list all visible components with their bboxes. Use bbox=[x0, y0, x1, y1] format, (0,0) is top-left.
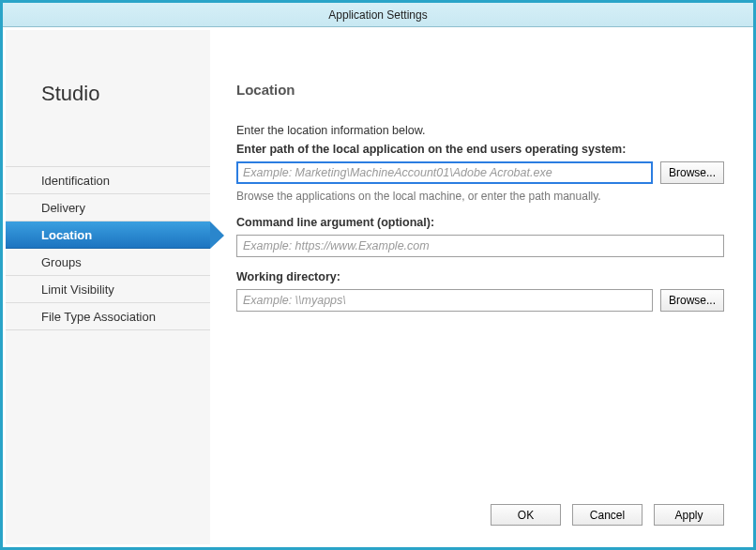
apply-button[interactable]: Apply bbox=[654, 504, 724, 526]
ok-button[interactable]: OK bbox=[491, 504, 561, 526]
sidebar-item-file-type-association[interactable]: File Type Association bbox=[6, 303, 210, 330]
sidebar-item-label: Location bbox=[41, 228, 92, 242]
workdir-input[interactable] bbox=[236, 289, 653, 312]
titlebar: Application Settings bbox=[3, 3, 753, 27]
workdir-section: Working directory: Browse... bbox=[236, 270, 724, 312]
sidebar-nav: Identification Delivery Location Groups … bbox=[6, 166, 210, 330]
cmd-section: Command line argument (optional): bbox=[236, 216, 724, 257]
path-label: Enter path of the local application on t… bbox=[236, 143, 724, 156]
path-browse-button[interactable]: Browse... bbox=[660, 161, 724, 184]
sidebar-item-label: File Type Association bbox=[41, 310, 156, 324]
workdir-label: Working directory: bbox=[236, 270, 724, 283]
sidebar-item-label: Groups bbox=[41, 255, 82, 269]
path-hint: Browse the applications on the local mac… bbox=[236, 190, 724, 203]
main-panel: Location Enter the location information … bbox=[210, 30, 750, 544]
dialog-body: Studio Identification Delivery Location … bbox=[6, 30, 750, 544]
sidebar-item-location[interactable]: Location bbox=[6, 222, 210, 249]
sidebar-title: Studio bbox=[41, 82, 99, 106]
sidebar-item-limit-visibility[interactable]: Limit Visibility bbox=[6, 276, 210, 303]
cancel-button[interactable]: Cancel bbox=[572, 504, 643, 526]
workdir-browse-button[interactable]: Browse... bbox=[660, 289, 724, 312]
sidebar-item-label: Limit Visibility bbox=[41, 283, 114, 297]
intro-text: Enter the location information below. bbox=[236, 124, 724, 137]
sidebar-item-identification[interactable]: Identification bbox=[6, 167, 210, 194]
window-title: Application Settings bbox=[328, 8, 427, 22]
cmd-input[interactable] bbox=[236, 235, 724, 257]
sidebar: Studio Identification Delivery Location … bbox=[6, 30, 210, 544]
sidebar-item-label: Delivery bbox=[41, 201, 85, 215]
sidebar-item-groups[interactable]: Groups bbox=[6, 249, 210, 276]
sidebar-item-label: Identification bbox=[41, 174, 110, 188]
window-frame: Application Settings Studio Identificati… bbox=[0, 0, 756, 550]
dialog-footer: OK Cancel Apply bbox=[491, 504, 724, 526]
cmd-label: Command line argument (optional): bbox=[236, 216, 724, 229]
sidebar-item-delivery[interactable]: Delivery bbox=[6, 194, 210, 222]
path-section: Enter path of the local application on t… bbox=[236, 143, 724, 203]
path-input[interactable] bbox=[236, 161, 653, 184]
page-heading: Location bbox=[236, 82, 724, 98]
